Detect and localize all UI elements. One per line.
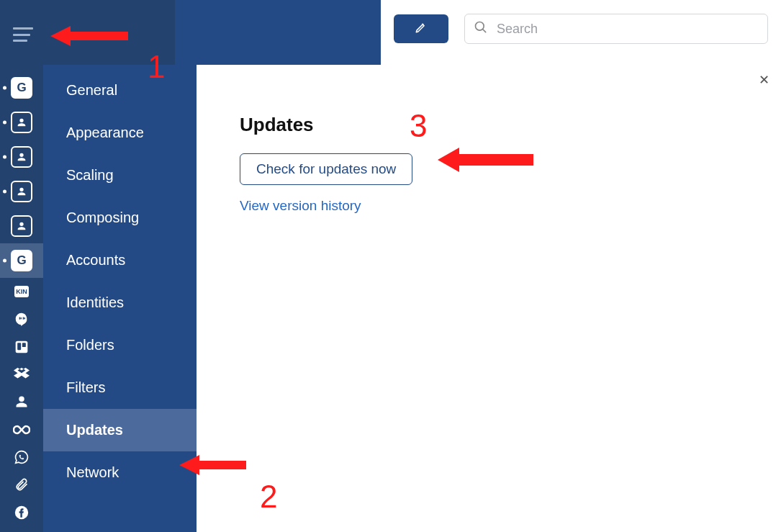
unread-dot-icon [3,155,6,158]
search-icon [474,20,488,37]
account-rail: G G KIN [0,65,43,532]
settings-content-panel: ✕ Updates Check for updates now View ver… [197,65,781,532]
rail-app-attachments[interactable] [0,471,43,498]
sidebar-item-accounts[interactable]: Accounts [43,239,197,281]
pencil-icon [415,21,428,37]
rail-account-person-1[interactable] [0,105,43,140]
sidebar-item-updates[interactable]: Updates [43,409,197,451]
header-mid-panel [175,0,381,65]
unread-dot-icon [3,120,6,124]
search-input[interactable] [497,22,759,37]
google-g-icon: G [11,250,32,271]
person-icon [11,215,32,237]
person-solid-icon [11,391,32,412]
person-icon [11,146,32,168]
svg-rect-2 [17,343,21,350]
paperclip-icon [11,474,32,495]
sidebar-item-folders[interactable]: Folders [43,324,197,366]
rail-account-g-active[interactable]: G [0,243,43,278]
svg-rect-3 [22,343,26,347]
app-header [0,0,781,65]
version-history-link[interactable]: View version history [240,198,738,214]
whatsapp-icon [11,446,32,468]
rail-account-person-2[interactable] [0,140,43,174]
svg-rect-1 [16,341,28,353]
rail-app-facebook[interactable] [0,499,43,526]
check-updates-button[interactable]: Check for updates now [240,153,412,185]
rail-app-dropbox[interactable] [0,361,43,388]
sidebar-item-scaling[interactable]: Scaling [43,154,197,197]
rail-account-g[interactable]: G [0,71,43,105]
trello-icon [11,336,32,358]
header-right-panel [381,0,781,58]
kin-icon: KIN [14,286,29,297]
sidebar-item-filters[interactable]: Filters [43,366,197,409]
facebook-icon [11,502,32,523]
sidebar-item-composing[interactable]: Composing [43,197,197,239]
hangouts-icon [11,308,32,330]
sidebar-item-general[interactable]: General [43,69,197,112]
rail-app-contacts[interactable] [0,388,43,415]
header-left-panel [0,0,175,65]
rail-app-hangouts[interactable] [0,305,43,333]
settings-sidebar: General Appearance Scaling Composing Acc… [43,65,197,532]
google-g-icon: G [11,77,32,99]
unread-dot-icon [3,86,6,89]
sidebar-item-identities[interactable]: Identities [43,281,197,324]
dropbox-icon [11,364,32,385]
search-field[interactable] [464,14,768,44]
compose-button[interactable] [394,14,448,43]
page-title: Updates [240,114,738,136]
hamburger-menu-button[interactable] [13,27,33,42]
rail-account-person-4[interactable] [0,209,43,243]
rail-app-trello[interactable] [0,333,43,360]
person-icon [11,181,32,202]
rail-app-infinity[interactable] [0,416,43,443]
unread-dot-icon [3,258,6,262]
sidebar-item-network[interactable]: Network [43,451,197,494]
unread-dot-icon [3,189,6,193]
close-button[interactable]: ✕ [759,73,769,86]
rail-account-person-3[interactable] [0,174,43,209]
rail-app-whatsapp[interactable] [0,443,43,471]
person-icon [11,112,32,133]
sidebar-item-appearance[interactable]: Appearance [43,112,197,154]
rail-app-kin[interactable]: KIN [0,278,43,305]
infinity-icon [11,419,32,441]
